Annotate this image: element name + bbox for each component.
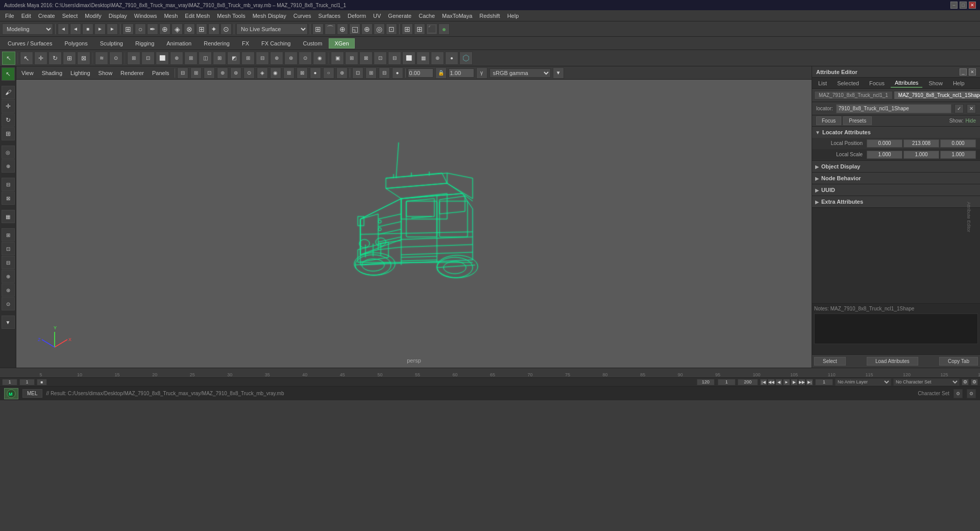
menu-item-modify[interactable]: Modify: [82, 12, 104, 20]
timeline-start-frame[interactable]: [2, 379, 17, 385]
play-next-key[interactable]: ▶▶: [798, 379, 805, 385]
vp-tool-16[interactable]: ⊟: [379, 67, 390, 79]
anim-layer-select[interactable]: No Anim Layer: [835, 378, 891, 386]
vp-tool-3[interactable]: ⊡: [204, 67, 215, 79]
load-attributes-button[interactable]: Load Attributes: [867, 357, 918, 366]
menu-item-surfaces[interactable]: Surfaces: [315, 12, 344, 20]
play-play-fwd[interactable]: ►: [783, 379, 790, 385]
snap-7[interactable]: ⊡: [386, 23, 397, 35]
local-pos-y[interactable]: [903, 139, 939, 148]
tool-select2-icon[interactable]: ↖: [20, 52, 33, 65]
menu-item-maxtomaya[interactable]: MaxToMaya: [439, 12, 475, 20]
timeline-ruler[interactable]: 5101520253035404550556065707580859095100…: [0, 368, 980, 378]
presets-button[interactable]: Presets: [843, 116, 872, 125]
tool-soft-icon[interactable]: ≋: [95, 52, 108, 65]
menu-item-mesh-display[interactable]: Mesh Display: [250, 12, 289, 20]
attr-tab-selected[interactable]: Selected: [833, 79, 863, 87]
menu-item-help[interactable]: Help: [504, 12, 522, 20]
vp-value2[interactable]: [449, 68, 474, 78]
tool-5[interactable]: ⊕: [159, 23, 170, 35]
tool-snap12-icon[interactable]: ⊛: [284, 52, 298, 65]
tool-snap6-icon[interactable]: ◫: [199, 52, 212, 65]
range-end-input[interactable]: [738, 379, 758, 385]
vp-gamma-dropdown[interactable]: sRGB gamma: [489, 68, 551, 78]
maximize-button[interactable]: □: [960, 2, 967, 9]
tool-9[interactable]: ✦: [208, 23, 219, 35]
tool-scale-icon[interactable]: ⊞: [63, 52, 76, 65]
left-tool-grid1[interactable]: ⊞: [2, 228, 15, 242]
menu-item-mesh[interactable]: Mesh: [161, 12, 181, 20]
snap-view[interactable]: ◱: [349, 23, 360, 35]
menu-item-select[interactable]: Select: [59, 12, 81, 20]
snap-6[interactable]: ◎: [374, 23, 385, 35]
left-tool-rotate[interactable]: ↻: [2, 113, 15, 127]
local-scale-y[interactable]: [903, 151, 939, 159]
local-pos-x[interactable]: [867, 139, 902, 148]
close-button[interactable]: ✕: [969, 2, 976, 9]
tool-snap8-icon[interactable]: ◩: [227, 52, 240, 65]
mode-dropdown[interactable]: Modeling: [2, 23, 53, 35]
vp-tool-2[interactable]: ⊞: [190, 67, 202, 79]
tab-custom[interactable]: Custom: [298, 38, 328, 49]
vp-gamma-icon[interactable]: γ: [476, 67, 487, 79]
snap-grid[interactable]: ⊞: [312, 23, 324, 35]
vp-tool-1[interactable]: ⊟: [177, 67, 188, 79]
live-surface-dropdown[interactable]: No Live Surface: [236, 23, 308, 35]
menu-item-curves[interactable]: Curves: [290, 12, 314, 20]
vp-renderer-menu[interactable]: Renderer: [117, 69, 147, 77]
minimize-button[interactable]: –: [950, 2, 958, 9]
timeline-current-frame[interactable]: [19, 379, 35, 385]
play-skip-start[interactable]: |◀: [760, 379, 767, 385]
vp-tool-17[interactable]: ●: [392, 67, 403, 79]
left-tool-artisan[interactable]: ◎: [2, 146, 15, 159]
tool-7[interactable]: ⊗: [184, 23, 195, 35]
attr-tab-attributes[interactable]: Attributes: [891, 79, 922, 88]
left-tool-scale[interactable]: ⊞: [2, 127, 15, 140]
menu-item-deform[interactable]: Deform: [345, 12, 369, 20]
left-tool-grid4[interactable]: ⊕: [2, 270, 15, 283]
attr-editor-collapse[interactable]: _: [960, 68, 967, 76]
attr-tab-focus[interactable]: Focus: [865, 79, 889, 87]
left-tool-display[interactable]: ⊠: [2, 191, 15, 205]
tl-settings-icon[interactable]: ⚙: [962, 379, 969, 385]
node-tab-2[interactable]: MAZ_7910_8x8_Truck_ncl1_1Shape: [894, 91, 980, 100]
tool-camera3-icon[interactable]: ⊠: [359, 52, 373, 65]
vp-tool-15[interactable]: ⊞: [365, 67, 377, 79]
tab-sculpting[interactable]: Sculpting: [94, 38, 129, 49]
render-btn-2[interactable]: ⊞: [414, 23, 425, 35]
tool-transform-icon[interactable]: ⊠: [77, 52, 90, 65]
tool-hexagon-icon[interactable]: ⬡: [459, 52, 473, 65]
tool-lasso[interactable]: ○: [135, 23, 146, 35]
tool-paint[interactable]: ✒: [147, 23, 158, 35]
tab-animation[interactable]: Animation: [161, 38, 197, 49]
left-tool-grid3[interactable]: ⊟: [2, 256, 15, 269]
tool-btn-3[interactable]: ■: [82, 23, 93, 35]
tab-xgen[interactable]: XGen: [329, 38, 354, 49]
left-tool-deform[interactable]: ⊕: [2, 159, 15, 173]
vp-lock-icon[interactable]: 🔒: [435, 67, 447, 79]
local-scale-x[interactable]: [867, 151, 902, 159]
play-prev-key[interactable]: ◀◀: [768, 379, 775, 385]
object-display-header[interactable]: ▶ Object Display: [812, 161, 980, 172]
vp-tool-10[interactable]: ⊠: [297, 67, 308, 79]
left-tool-bottom[interactable]: ▼: [2, 316, 15, 329]
menu-item-cache[interactable]: Cache: [415, 12, 438, 20]
tool-camera9-icon[interactable]: ●: [445, 52, 458, 65]
snap-curve[interactable]: ⌒: [325, 23, 336, 35]
render-btn-1[interactable]: ⊞: [402, 23, 413, 35]
snap-5[interactable]: ⊕: [361, 23, 373, 35]
tool-select-icon[interactable]: ↖: [2, 52, 15, 65]
vp-tool-9[interactable]: ⊞: [283, 67, 295, 79]
viewport-canvas[interactable]: X Y Z persp: [16, 80, 812, 368]
tool-6[interactable]: ◈: [172, 23, 183, 35]
tool-camera2-icon[interactable]: ⊞: [345, 52, 358, 65]
hide-link[interactable]: Hide: [965, 118, 976, 124]
locator-attributes-header[interactable]: ▼ Locator Attributes: [812, 127, 980, 138]
menu-item-generate[interactable]: Generate: [385, 12, 414, 20]
tool-snap13-icon[interactable]: ⊙: [299, 52, 312, 65]
copy-tab-button[interactable]: Copy Tab: [939, 357, 978, 366]
left-tool-grid6[interactable]: ⊙: [2, 297, 15, 310]
tool-select[interactable]: ⊞: [122, 23, 134, 35]
tool-camera-icon[interactable]: ▣: [331, 52, 344, 65]
vp-gamma-settings[interactable]: ▼: [553, 67, 564, 79]
